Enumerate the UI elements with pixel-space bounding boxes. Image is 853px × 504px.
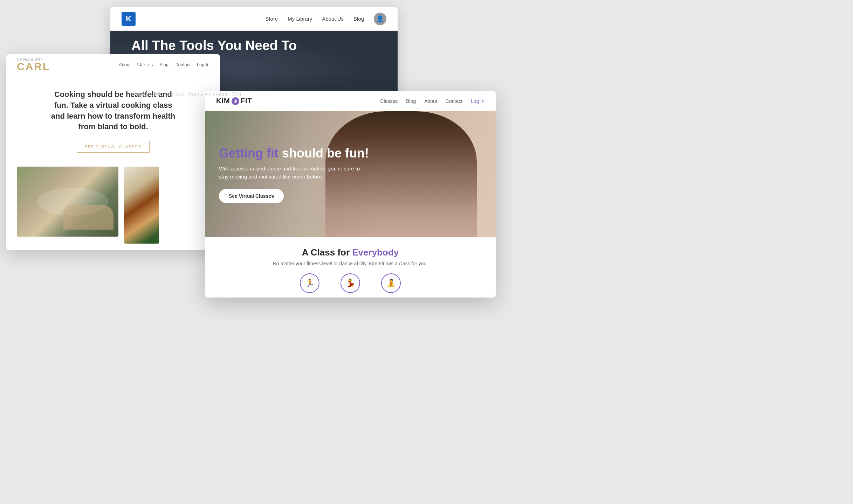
brand-icon bbox=[232, 97, 239, 105]
icon-yoga: 🧘 bbox=[381, 273, 401, 293]
front-nav-login[interactable]: Log In bbox=[471, 98, 484, 104]
brand-kim: KIM bbox=[216, 97, 230, 105]
nav-store[interactable]: Store bbox=[265, 16, 278, 22]
brand-name: CARL bbox=[17, 61, 50, 72]
front-hero: Getting fit should be fun! With a person… bbox=[205, 111, 496, 237]
nav-about-us[interactable]: About Us bbox=[322, 16, 344, 22]
back-hero-body: e vitae cubilia odio sed. Mauris vel mau… bbox=[131, 90, 307, 98]
nav-blog[interactable]: Blog bbox=[353, 16, 364, 22]
mid-cta-button[interactable]: SEE VIRTUAL CLASSES bbox=[77, 141, 150, 153]
front-nav-blog[interactable]: Blog bbox=[406, 98, 416, 104]
icon-run: 🏃 bbox=[300, 273, 319, 293]
front-brand: KIM FIT bbox=[216, 97, 252, 105]
back-hero-title: All The Tools You Need To Build A ness bbox=[131, 38, 307, 86]
svg-point-1 bbox=[235, 100, 236, 102]
front-lower: A Class for Everybody No matter your fit… bbox=[205, 237, 496, 298]
lower-heading: A Class for Everybody bbox=[219, 247, 482, 258]
spices-image bbox=[124, 167, 159, 244]
front-nav-contact[interactable]: Contact bbox=[446, 98, 462, 104]
back-logo: K bbox=[122, 12, 136, 26]
mid-nav-about[interactable]: About bbox=[119, 62, 131, 67]
front-hero-text: Getting fit should be fun! With a person… bbox=[205, 146, 383, 203]
lower-body: No matter your fitness level or dance ab… bbox=[219, 261, 482, 266]
front-window: KIM FIT Classes Blog About Contact Log I… bbox=[205, 91, 496, 298]
cooking-image bbox=[17, 167, 118, 237]
user-avatar[interactable]: 👤 bbox=[374, 13, 386, 25]
headline-white: should be fun! bbox=[282, 146, 369, 160]
icon-dance: 💃 bbox=[340, 273, 360, 293]
back-nav-links: Store My Library About Us Blog 👤 bbox=[265, 13, 386, 25]
front-nav-links: Classes Blog About Contact Log In bbox=[380, 98, 484, 104]
mid-brand: Cooking with CARL bbox=[17, 57, 50, 72]
back-nav: K Store My Library About Us Blog 👤 bbox=[110, 7, 398, 31]
front-nav-about[interactable]: About bbox=[424, 98, 437, 104]
nav-my-library[interactable]: My Library bbox=[288, 16, 312, 22]
front-hero-headline: Getting fit should be fun! bbox=[219, 146, 369, 161]
front-hero-subtitle: With a personalized dance and fitness ro… bbox=[219, 165, 366, 181]
lower-icons-row: 🏃 💃 🧘 bbox=[219, 273, 482, 293]
heading-colored: Everybody bbox=[352, 247, 399, 258]
back-hero-text: All The Tools You Need To Build A ness e… bbox=[131, 38, 307, 98]
back-window: K Store My Library About Us Blog 👤 All T… bbox=[110, 7, 398, 105]
brand-fit: FIT bbox=[241, 97, 252, 105]
heading-black: A Class for bbox=[302, 247, 352, 258]
front-nav-classes[interactable]: Classes bbox=[380, 98, 398, 104]
mid-images bbox=[6, 167, 220, 244]
headline-colored: Getting fit bbox=[219, 146, 278, 160]
front-cta-button[interactable]: See Virtual Classes bbox=[219, 189, 284, 203]
